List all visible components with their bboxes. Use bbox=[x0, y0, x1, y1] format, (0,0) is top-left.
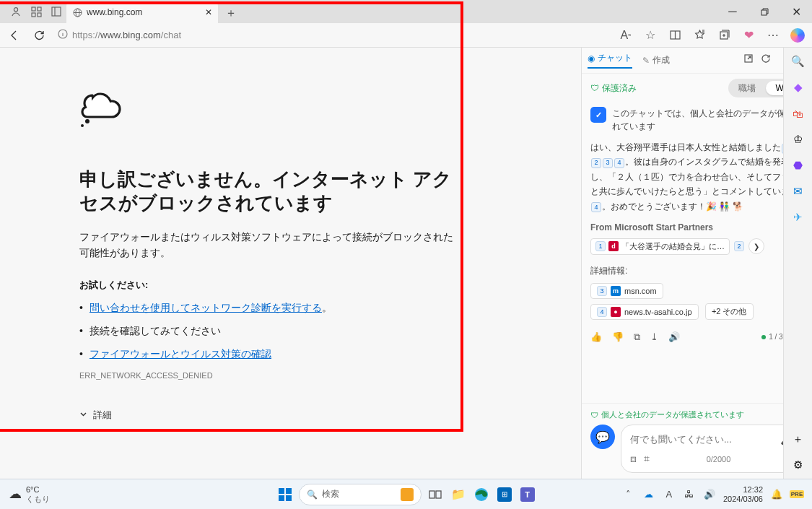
highlight-box bbox=[0, 1, 463, 432]
citation-4[interactable]: 4 bbox=[614, 158, 624, 168]
store-icon[interactable]: ⊞ bbox=[495, 485, 514, 504]
workspaces-icon[interactable] bbox=[26, 1, 46, 22]
citation-3[interactable]: 3 bbox=[603, 158, 613, 168]
response-actions: 👍 👎 ⧉ ⤓ 🔊 1 / 30 応答 bbox=[590, 331, 803, 343]
profile-icon[interactable] bbox=[6, 1, 26, 22]
sidebar-tools-icon[interactable]: ◆ bbox=[790, 79, 806, 95]
collections-icon[interactable] bbox=[712, 25, 735, 46]
citation-4b[interactable]: 4 bbox=[591, 202, 601, 212]
close-window-button[interactable]: ✕ bbox=[780, 0, 812, 23]
network-diagnostics-link[interactable]: 問い合わせを使用してネットワーク診断を実行する bbox=[90, 302, 322, 313]
ime-icon[interactable]: A bbox=[663, 488, 676, 501]
sidebar-search-icon[interactable]: 🔍 bbox=[790, 53, 806, 69]
compose-tab[interactable]: ✎作成 bbox=[642, 54, 670, 66]
chat-tab[interactable]: ◉チャット bbox=[588, 52, 632, 69]
firewall-check-link[interactable]: ファイアウォールとウイルス対策の確認 bbox=[90, 348, 271, 360]
svg-rect-28 bbox=[279, 495, 284, 501]
notifications-icon[interactable]: 🔔 bbox=[770, 488, 783, 501]
sidebar-outlook-icon[interactable]: ✉ bbox=[790, 183, 806, 199]
list-item: ファイアウォールとウイルス対策の確認 bbox=[79, 348, 581, 361]
attach-file-icon[interactable]: ⌗ bbox=[644, 453, 650, 465]
network-icon[interactable]: 🖧 bbox=[683, 488, 696, 501]
error-code: ERR_NETWORK_ACCESS_DENIED bbox=[79, 371, 581, 380]
like-icon[interactable]: 👍 bbox=[590, 331, 602, 342]
source-chips: 3mmsn.com 4●news.tv-asahi.co.jp +2 その他 bbox=[590, 283, 803, 324]
tab-favicon-icon bbox=[72, 7, 82, 17]
citation-2[interactable]: 2 bbox=[591, 158, 601, 168]
weather-widget[interactable]: ☁ 6°Cくもり bbox=[9, 485, 50, 503]
try-label: お試しください: bbox=[79, 279, 581, 292]
copilot-button[interactable] bbox=[786, 25, 809, 46]
new-tab-button[interactable]: ＋ bbox=[221, 3, 241, 23]
panel-footer: 🛡個人と会社のデータが保護されています 💬 🎤 ⧈ ⌗ 0/2000 ➤ bbox=[582, 403, 812, 479]
volume-icon[interactable]: 🔊 bbox=[703, 488, 716, 501]
chat-input[interactable] bbox=[630, 434, 780, 445]
search-highlight-icon bbox=[401, 488, 414, 501]
source-chip-asahi[interactable]: 4●news.tv-asahi.co.jp bbox=[590, 304, 699, 320]
tab-strip: www.bing.com ✕ ＋ bbox=[66, 0, 717, 23]
source-chip-msn[interactable]: 3mmsn.com bbox=[590, 283, 663, 299]
sidebar-m365-icon[interactable]: ⬣ bbox=[790, 157, 806, 173]
window-controls: ─ ✕ bbox=[717, 0, 812, 23]
error-page: 申し訳ございません。インターネット アクセスがブロックされています ファイアウォ… bbox=[0, 48, 581, 479]
thought-cloud-icon bbox=[79, 91, 581, 131]
panel-badge-row: 🛡保護済み 職場 Web bbox=[582, 74, 812, 103]
back-button[interactable] bbox=[3, 25, 26, 46]
copy-icon[interactable]: ⧉ bbox=[634, 331, 640, 343]
details-header: 詳細情報: bbox=[590, 265, 803, 277]
news-chip-1[interactable]: 1 d 「大谷選手の結婚会見」に… bbox=[590, 238, 730, 255]
task-view-icon[interactable] bbox=[426, 485, 445, 504]
workplace-option[interactable]: 職場 bbox=[728, 80, 766, 97]
protected-badge: 🛡保護済み bbox=[590, 82, 637, 95]
teams-icon[interactable]: T bbox=[518, 485, 537, 504]
next-news-button[interactable]: ❯ bbox=[748, 238, 764, 254]
details-toggle[interactable]: 詳細 bbox=[79, 409, 581, 422]
tab-actions-icon[interactable] bbox=[46, 1, 66, 22]
clock[interactable]: 12:32 2024/03/06 bbox=[723, 485, 763, 503]
svg-rect-27 bbox=[286, 488, 292, 494]
sidebar-add-icon[interactable]: ＋ bbox=[790, 431, 806, 447]
refresh-button[interactable] bbox=[27, 25, 51, 46]
response-text: はい、大谷翔平選手は日本人女性と結婚しました1234。彼は自身のインスタグラムで… bbox=[590, 140, 803, 214]
minimize-button[interactable]: ─ bbox=[717, 0, 748, 23]
explorer-icon[interactable]: 📁 bbox=[449, 485, 468, 504]
favorites-list-icon[interactable] bbox=[688, 25, 711, 46]
dislike-icon[interactable]: 👎 bbox=[612, 331, 624, 342]
browser-essentials-icon[interactable]: ❤ bbox=[737, 25, 760, 46]
tab-close-icon[interactable]: ✕ bbox=[205, 7, 212, 17]
source-chip-other[interactable]: +2 その他 bbox=[705, 303, 754, 320]
sidebar-drop-icon[interactable]: ✈ bbox=[790, 209, 806, 225]
svg-point-23 bbox=[85, 119, 90, 123]
onedrive-icon[interactable]: ☁ bbox=[642, 488, 655, 501]
svg-rect-3 bbox=[32, 13, 35, 17]
taskbar-search[interactable]: 🔍 検索 bbox=[299, 484, 422, 505]
copilot-icon bbox=[790, 28, 805, 43]
browser-tab[interactable]: www.bing.com ✕ bbox=[66, 1, 218, 23]
sidebar-games-icon[interactable]: ♔ bbox=[790, 131, 806, 147]
open-new-icon[interactable] bbox=[743, 53, 754, 67]
start-button[interactable] bbox=[276, 485, 294, 504]
tray-chevron-icon[interactable]: ˄ bbox=[622, 488, 635, 501]
sidebar-shopping-icon[interactable]: 🛍 bbox=[790, 105, 806, 121]
split-screen-icon[interactable] bbox=[663, 25, 686, 46]
svg-rect-31 bbox=[436, 491, 441, 498]
menu-icon[interactable]: ⋯ bbox=[761, 25, 785, 46]
edge-icon[interactable] bbox=[472, 485, 491, 504]
refresh-panel-icon[interactable] bbox=[761, 53, 771, 67]
speaker-icon[interactable]: 🔊 bbox=[668, 331, 680, 342]
protection-text: このチャットでは、個人と会社のデータが保護されています bbox=[612, 107, 803, 133]
site-info-icon[interactable] bbox=[58, 29, 68, 42]
export-icon[interactable]: ⤓ bbox=[650, 331, 658, 342]
favorite-icon[interactable]: ☆ bbox=[639, 25, 662, 46]
chat-input-box[interactable]: 🎤 ⧈ ⌗ 0/2000 ➤ bbox=[621, 425, 803, 473]
chip-number-2[interactable]: 2 bbox=[734, 241, 744, 251]
maximize-button[interactable] bbox=[748, 0, 780, 23]
read-aloud-icon[interactable]: A» bbox=[614, 25, 637, 46]
taskbar-center: 🔍 検索 📁 ⊞ T bbox=[276, 484, 537, 505]
url-box[interactable]: https://www.bing.com/chat bbox=[52, 26, 613, 45]
attach-image-icon[interactable]: ⧈ bbox=[630, 453, 637, 465]
svg-rect-26 bbox=[279, 488, 284, 494]
copilot-preview-icon[interactable]: PRE bbox=[790, 488, 803, 501]
shield-check-icon: 🛡 bbox=[590, 83, 599, 93]
sidebar-settings-icon[interactable]: ⚙ bbox=[790, 457, 806, 473]
